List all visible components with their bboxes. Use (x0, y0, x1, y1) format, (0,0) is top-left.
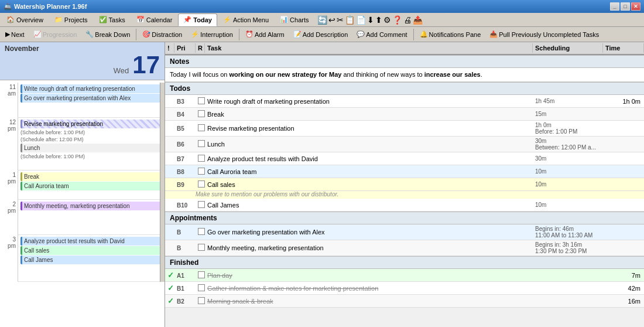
task-cell-r-b3 (196, 96, 205, 107)
toolbar-icon-copy[interactable]: 📋 (345, 15, 355, 25)
interruption-button[interactable]: ⚡ Interruption (187, 28, 237, 41)
task-row-b1[interactable]: ✓ B1 Gather information & make notes for… (165, 282, 644, 295)
cal-event-call-james[interactable]: Call James (20, 256, 162, 264)
task-row-b2[interactable]: ✓ B2 Morning snack & break 16m (165, 295, 644, 308)
cal-event-lunch[interactable]: Lunch (20, 144, 162, 152)
pull-tasks-icon: 📥 (489, 30, 498, 38)
task-checkbox-b4[interactable] (198, 110, 205, 117)
task-checkbox-appt-monthly[interactable] (198, 244, 205, 251)
cal-event-marketing-draft[interactable]: Write rough draft of marketing presentat… (20, 84, 162, 93)
task-cell-exclaim-b10 (165, 204, 174, 206)
tab-projects-label: Projects (64, 16, 88, 23)
toolbar-icon-help[interactable]: ❓ (392, 15, 402, 25)
task-cell-time-b5 (603, 127, 644, 130)
next-button[interactable]: ▶ Next (1, 28, 29, 41)
task-row-b10[interactable]: B10 Call James 10m (165, 199, 644, 212)
task-checkbox-b6[interactable] (198, 140, 205, 147)
task-checkbox-b5[interactable] (198, 124, 205, 131)
col-header-r: R (196, 43, 205, 53)
cal-event-call-sales[interactable]: Call sales (20, 246, 162, 255)
task-checkbox-appt-alex[interactable] (198, 228, 205, 235)
task-cell-r-b7 (196, 154, 205, 164)
task-row-a1[interactable]: ✓ A1 Plan day 7m (165, 269, 644, 282)
calendar-body[interactable]: 11am Write rough draft of marketing pres… (0, 80, 165, 327)
task-cell-pri-b6: B6 (174, 139, 196, 149)
toolbar-icon-cut[interactable]: ✂ (337, 15, 344, 25)
task-checkbox-b9[interactable] (198, 180, 205, 188)
cal-event-revise-pres[interactable]: Revise marketing presentation (20, 120, 162, 128)
cal-event-break[interactable]: Break (20, 172, 162, 181)
task-checkbox-b1[interactable] (198, 284, 205, 291)
section-finished: Finished (165, 256, 644, 269)
close-button[interactable]: ✕ (631, 2, 640, 11)
task-cell-name-b10: Call James (205, 200, 533, 210)
progression-button[interactable]: 📈 Progression (29, 28, 81, 41)
toolbar-icon-settings[interactable]: ⚙ (383, 15, 391, 25)
distraction-button[interactable]: 🎯 Distraction (138, 28, 186, 41)
task-checkbox-b2[interactable] (198, 297, 205, 304)
task-cell-pri-b10: B10 (174, 200, 196, 210)
breakdown-button[interactable]: 🔧 Break Down (81, 28, 134, 41)
task-cell-name-b6: Lunch (205, 139, 533, 149)
calendar-scrollbar[interactable] (160, 83, 165, 282)
task-row-b9[interactable]: B9 Call sales 10m (165, 178, 644, 191)
pull-tasks-button[interactable]: 📥 Pull Previously Uncompleted Tasks (485, 28, 603, 41)
toolbar-icon-refresh[interactable]: 🔄 (317, 15, 327, 25)
tab-today[interactable]: 📌 Today (178, 13, 217, 26)
task-checkbox-b10[interactable] (198, 201, 205, 208)
task-cell-name-b7: Analyze product test results with David (205, 154, 533, 164)
task-row-b6[interactable]: B6 Lunch 30mBetween: 12:00 PM a... (165, 137, 644, 152)
task-checkbox-a1[interactable] (198, 271, 205, 278)
task-cell-sched-b3: 1h 45m (533, 97, 603, 105)
tab-calendar[interactable]: 📅 Calendar (131, 13, 178, 26)
title-bar-left: 🚢 Watership Planner 1.96f (4, 3, 87, 11)
toolbar-icon-download[interactable]: ⬇ (367, 15, 374, 25)
cal-event-analyze-results[interactable]: Analyze product test results with David (20, 237, 162, 246)
task-cell-pri-b1: B1 (174, 284, 196, 293)
notifications-pane-button[interactable]: 🔔 Notifications Pane (416, 28, 485, 41)
task-row-b7[interactable]: B7 Analyze product test results with Dav… (165, 152, 644, 165)
task-row-b4[interactable]: B4 Break 15m (165, 108, 644, 121)
cal-event-monthly-meeting[interactable]: Monthly meeting, marketing presentation (20, 202, 162, 210)
task-cell-r-appt-alex (196, 227, 205, 237)
minimize-button[interactable]: _ (610, 2, 619, 11)
task-cell-exclaim-b9 (165, 183, 174, 186)
task-checkbox-b3[interactable] (198, 97, 205, 104)
task-row-appt-monthly[interactable]: B Monthly meeting, marketing presentatio… (165, 240, 644, 256)
task-row-b8[interactable]: B8 Call Auroria team 10m (165, 165, 644, 178)
task-panel[interactable]: ! Pri R Task Scheduling Time Notes Today… (165, 42, 644, 327)
toolbar-icon-print[interactable]: 🖨 (403, 15, 412, 25)
add-comment-button[interactable]: 💬 Add Comment (352, 28, 411, 41)
task-row-b3[interactable]: B3 Write rough draft of marketing presen… (165, 95, 644, 108)
task-cell-r-b6 (196, 139, 205, 149)
task-checkbox-b7[interactable] (198, 155, 205, 162)
task-cell-time-b10 (603, 204, 644, 206)
tab-tasks[interactable]: ✅ Tasks (94, 13, 131, 26)
task-cell-time-appt-alex (603, 231, 644, 233)
maximize-button[interactable]: □ (621, 2, 630, 11)
distraction-icon: 🎯 (142, 30, 150, 38)
toolbar-icon-paste[interactable]: 📄 (356, 15, 366, 25)
tab-projects[interactable]: 📁 Projects (49, 13, 93, 26)
description-icon: 📝 (293, 30, 302, 38)
task-cell-pri-b8: B8 (174, 167, 196, 176)
toolbar-icon-undo[interactable]: ↩ (328, 15, 335, 25)
cal-slot-1pm-content: Break Call Auroria team (18, 171, 165, 200)
toolbar-icon-upload[interactable]: ⬆ (375, 15, 382, 25)
toolbar-icon-export[interactable]: 📤 (413, 15, 423, 25)
task-checkbox-b8[interactable] (198, 168, 205, 175)
tab-overview[interactable]: 🏠 Overview (1, 13, 49, 26)
task-row-appt-alex[interactable]: B Go over marketing presentation with Al… (165, 224, 644, 240)
cal-event-auroria[interactable]: Call Auroria team (20, 182, 162, 190)
cal-event-alex-meeting[interactable]: Go over marketing presentation with Alex (20, 94, 162, 103)
task-row-b5[interactable]: B5 Revise marketing presentation 1h 0mBe… (165, 121, 644, 137)
tab-action-menu[interactable]: ⚡ Action Menu (218, 13, 274, 26)
next-icon: ▶ (5, 30, 10, 38)
task-cell-time-appt-monthly (603, 247, 644, 249)
tab-charts[interactable]: 📊 Charts (275, 13, 314, 26)
add-alarm-button[interactable]: ⏰ Add Alarm (241, 28, 289, 41)
add-description-button[interactable]: 📝 Add Description (289, 28, 352, 41)
col-header-time: Time (603, 43, 644, 53)
notes-content: Today I will focus on working on our new… (165, 68, 644, 82)
comment-icon: 💬 (357, 30, 365, 38)
